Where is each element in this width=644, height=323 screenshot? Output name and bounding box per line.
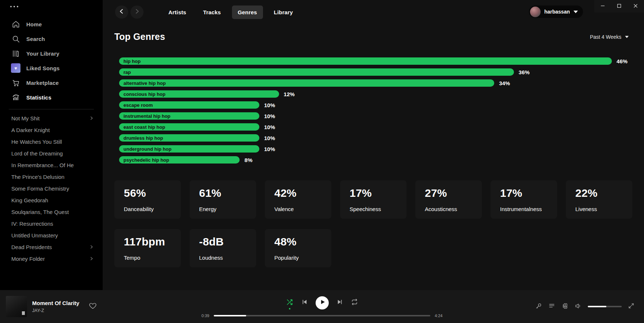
lyrics-button[interactable] (535, 303, 542, 311)
stat-value: 17% (350, 187, 407, 199)
app-menu-button[interactable] (10, 6, 103, 7)
tab-genres[interactable]: Genres (232, 5, 263, 19)
playlist-item-not-my-shit[interactable]: Not My Shit (0, 112, 103, 124)
play-button[interactable] (316, 296, 329, 309)
genre-bar-label: psychedelic hip hop (123, 157, 169, 163)
playlist-item-dead-presidents[interactable]: Dead Presidents (0, 241, 103, 253)
forward-button[interactable] (130, 5, 144, 19)
microphone-icon (535, 303, 542, 311)
like-button[interactable] (89, 302, 97, 311)
playlist-item-king-geedorah[interactable]: King Geedorah (0, 194, 103, 206)
shuffle-button[interactable] (286, 298, 293, 307)
maximize-button[interactable] (611, 0, 627, 12)
playlist-item-iv-resurrections[interactable]: IV: Resurrections (0, 218, 103, 229)
genre-bar-row: psychedelic hip hop 8% (119, 156, 629, 164)
playlist-item-lord-of-the-dreaming[interactable]: Lord of the Dreaming (0, 147, 103, 159)
previous-button[interactable] (301, 299, 308, 307)
duration-time: 4:24 (435, 313, 446, 318)
playlist-label: King Geedorah (11, 197, 48, 203)
genre-bar-alternative-hip-hop[interactable]: alternative hip hop (119, 79, 494, 87)
sidebar-item-label: Your Library (26, 50, 59, 57)
genre-bar-escape-room[interactable]: escape room (119, 101, 259, 109)
stat-card-liveness: 22% Liveness (566, 180, 632, 219)
stat-value: 117bpm (124, 236, 181, 248)
queue-button[interactable] (548, 303, 555, 311)
playlist-item-soulqarians-the-quest[interactable]: Soulqarians, The Quest (0, 206, 103, 218)
genre-bar-row: alternative hip hop 34% (119, 79, 629, 87)
next-button[interactable] (337, 299, 343, 307)
playlist-item-in-remembrance-of-he[interactable]: In Remembrance... Of He (0, 159, 103, 171)
audio-feature-cards: 56% Danceability 61% Energy 42% Valence … (114, 180, 632, 267)
playlist-label: Not My Shit (11, 115, 40, 121)
app-window: Home Search Your Library ♥ Liked Songs M… (0, 0, 644, 323)
playlist-label: A Darker Knight (11, 127, 50, 133)
user-menu[interactable]: harbassan (529, 5, 583, 18)
stat-value: -8dB (199, 236, 256, 248)
track-title[interactable]: Moment Of Clarity (32, 300, 79, 306)
genre-bar-conscious-hip-hop[interactable]: conscious hip hop (119, 90, 279, 98)
genre-bar-underground-hip-hop[interactable]: underground hip hop (119, 145, 259, 153)
player-bar: Moment Of Clarity JAY-Z (0, 290, 644, 323)
fullscreen-button[interactable] (628, 303, 635, 311)
genre-bar-value: 36% (519, 69, 530, 75)
sidebar-item-label: Statistics (26, 94, 52, 101)
tab-artists[interactable]: Artists (163, 5, 192, 19)
chevron-left-icon (118, 8, 125, 16)
connect-device-button[interactable] (561, 303, 568, 311)
playlist-item-untitled-unmastery[interactable]: Untitled Unmastery (0, 229, 103, 241)
genre-bar-label: east coast hip hop (123, 124, 165, 130)
genre-bar-label: rap (123, 70, 131, 75)
sidebar-item-statistics[interactable]: Statistics (0, 90, 103, 105)
sidebar-item-liked-songs[interactable]: ♥ Liked Songs (0, 61, 103, 75)
library-icon (11, 49, 20, 58)
playlist-item-the-prince-s-delusion[interactable]: The Prince's Delusion (0, 171, 103, 183)
genre-bar-row: east coast hip hop 10% (119, 123, 629, 131)
mute-button[interactable] (575, 303, 582, 311)
track-meta: Moment Of Clarity JAY-Z (32, 300, 79, 313)
genre-bar-label: instrumental hip hop (123, 113, 171, 119)
stat-value: 56% (124, 187, 181, 199)
genre-bar-value: 34% (499, 80, 510, 86)
queue-icon (548, 303, 555, 311)
playlist-item-money-folder[interactable]: Money Folder (0, 253, 103, 264)
sidebar-item-marketplace[interactable]: Marketplace (0, 75, 103, 90)
main-content: ArtistsTracksGenresLibrary harbassan Top… (103, 0, 644, 290)
sidebar-item-home[interactable]: Home (0, 17, 103, 31)
user-name: harbassan (544, 9, 570, 15)
home-icon (11, 19, 20, 29)
skip-forward-icon (337, 299, 343, 307)
genre-bar-drumless-hip-hop[interactable]: drumless hip hop (119, 134, 259, 142)
stat-value: 22% (575, 187, 632, 199)
tab-tracks[interactable]: Tracks (197, 5, 227, 19)
period-label: Past 4 Weeks (590, 34, 621, 40)
seek-bar[interactable] (214, 315, 430, 316)
genre-bar-row: instrumental hip hop 10% (119, 112, 629, 120)
volume-slider[interactable] (588, 306, 622, 307)
heart-icon (89, 302, 97, 311)
stat-card-instrumentalness: 17% Instrumentalness (491, 180, 557, 219)
stat-value: 48% (274, 236, 331, 248)
close-button[interactable] (628, 0, 644, 12)
repeat-button[interactable] (351, 298, 358, 307)
tab-library[interactable]: Library (268, 5, 299, 19)
playlist-item-some-forma-chemistry[interactable]: Some Forma Chemistry (0, 183, 103, 194)
genre-bar-psychedelic-hip-hop[interactable]: psychedelic hip hop (119, 156, 240, 164)
playlist-item-a-darker-knight[interactable]: A Darker Knight (0, 124, 103, 136)
stat-label: Acousticness (425, 206, 482, 212)
minimize-button[interactable] (594, 0, 611, 12)
stat-value: 61% (199, 187, 256, 199)
stat-card-loudness: -8dB Loudness (190, 229, 256, 267)
album-art[interactable] (6, 296, 27, 317)
genre-bar-rap[interactable]: rap (119, 68, 514, 76)
back-button[interactable] (115, 5, 128, 19)
sidebar-item-your-library[interactable]: Your Library (0, 46, 103, 61)
stat-label: Popularity (274, 255, 331, 261)
period-dropdown[interactable]: Past 4 Weeks (590, 34, 629, 40)
genre-bar-instrumental-hip-hop[interactable]: instrumental hip hop (119, 112, 259, 120)
playlist-item-he-watches-you-still[interactable]: He Watches You Still (0, 136, 103, 147)
genre-bar-hip-hop[interactable]: hip hop (119, 57, 612, 65)
track-artist[interactable]: JAY-Z (32, 308, 79, 313)
stat-label: Valence (274, 206, 331, 212)
genre-bar-east-coast-hip-hop[interactable]: east coast hip hop (119, 123, 259, 131)
sidebar-item-search[interactable]: Search (0, 31, 103, 46)
